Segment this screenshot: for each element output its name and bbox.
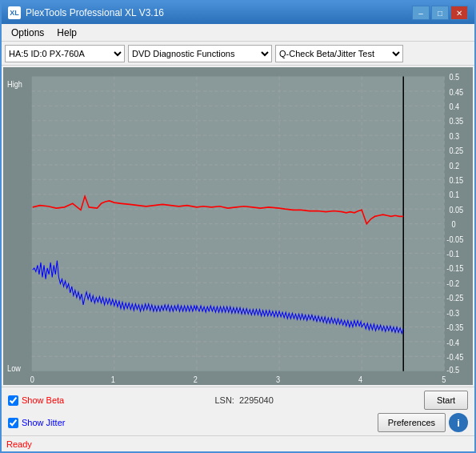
function-select[interactable]: DVD Diagnostic Functions [128,45,272,62]
svg-text:0: 0 [30,375,35,384]
svg-text:0.2: 0.2 [449,161,459,170]
svg-text:3: 3 [276,375,280,384]
svg-text:1: 1 [111,375,115,384]
show-jitter-row: Show Jitter [8,418,65,428]
menu-help[interactable]: Help [50,26,83,40]
status-text: Ready [6,439,32,449]
svg-text:0.4: 0.4 [449,102,459,111]
maximize-button[interactable]: □ [431,6,449,20]
show-beta-row: Show Beta [8,395,64,406]
title-bar: XL PlexTools Professional XL V3.16 – □ ✕ [2,2,474,24]
lsn-label: LSN: [214,395,234,405]
status-bar: Ready [2,435,474,451]
show-beta-checkbox[interactable] [8,395,18,406]
svg-text:-0.1: -0.1 [446,250,459,259]
chart-container: 0.5 0.45 0.4 0.35 0.3 0.25 0.2 0.15 0.1 … [3,67,473,385]
svg-text:5: 5 [442,375,446,384]
svg-text:-0.35: -0.35 [446,323,463,333]
svg-text:0.25: 0.25 [449,146,463,156]
toolbar: HA:5 ID:0 PX-760A DVD Diagnostic Functio… [2,42,474,66]
pref-buttons-area: Preferences i [378,413,468,432]
bottom-panel: Show Beta LSN: 2295040 Start Show Jitter… [2,387,474,435]
svg-text:0.1: 0.1 [449,190,459,200]
minimize-button[interactable]: – [412,6,430,20]
checkboxes: Show Beta [8,395,64,406]
svg-text:-0.15: -0.15 [446,264,463,274]
test-select[interactable]: Q-Check Beta/Jitter Test [275,45,403,62]
preferences-button[interactable]: Preferences [378,413,446,432]
main-window: XL PlexTools Professional XL V3.16 – □ ✕… [0,0,476,453]
svg-text:2: 2 [194,375,198,384]
svg-text:4: 4 [358,375,363,384]
svg-text:High: High [7,80,22,90]
chart-svg: 0.5 0.45 0.4 0.35 0.3 0.25 0.2 0.15 0.1 … [3,67,473,385]
show-jitter-label: Show Jitter [22,418,65,427]
svg-text:Low: Low [7,363,22,373]
bottom-row1: Show Beta LSN: 2295040 Start [8,391,468,410]
svg-text:0.3: 0.3 [449,131,459,141]
svg-text:-0.3: -0.3 [446,308,459,318]
drive-select[interactable]: HA:5 ID:0 PX-760A [5,45,125,62]
app-icon: XL [8,6,21,19]
close-button[interactable]: ✕ [450,6,468,20]
svg-text:-0.25: -0.25 [446,294,463,303]
svg-text:-0.2: -0.2 [446,279,459,288]
svg-text:0.45: 0.45 [449,87,463,97]
svg-text:0.35: 0.35 [449,117,463,126]
menu-options[interactable]: Options [5,26,50,40]
svg-text:0.05: 0.05 [449,205,463,214]
show-jitter-checkbox[interactable] [8,418,18,428]
svg-text:-0.4: -0.4 [446,338,459,347]
title-bar-left: XL PlexTools Professional XL V3.16 [8,6,164,19]
lsn-area: LSN: 2295040 [214,395,273,405]
buttons-area: Start [424,391,468,410]
title-bar-controls: – □ ✕ [412,6,468,20]
lsn-value: 2295040 [239,395,274,405]
svg-text:0.5: 0.5 [449,73,459,82]
svg-text:-0.5: -0.5 [446,366,459,375]
show-beta-label: Show Beta [22,395,64,405]
bottom-row2: Show Jitter Preferences i [8,413,468,432]
info-button[interactable]: i [449,413,468,432]
svg-text:0: 0 [451,220,456,230]
svg-text:0.15: 0.15 [449,175,463,185]
start-button[interactable]: Start [424,391,468,410]
menu-bar: Options Help [2,24,474,42]
svg-text:-0.45: -0.45 [446,352,463,362]
svg-text:-0.05: -0.05 [446,235,463,244]
window-title: PlexTools Professional XL V3.16 [26,7,164,18]
